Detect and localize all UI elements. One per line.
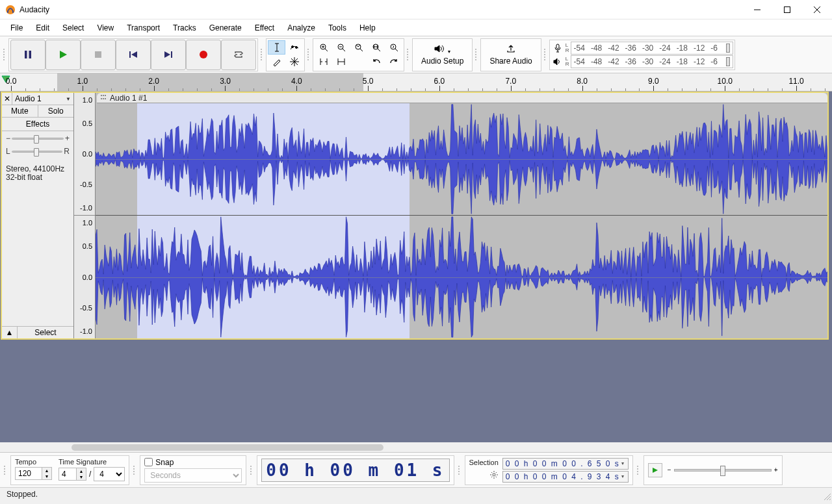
menu-edit[interactable]: Edit <box>29 21 56 35</box>
solo-button[interactable]: Solo <box>38 105 74 117</box>
menu-tools[interactable]: Tools <box>322 21 353 35</box>
svg-point-20 <box>295 46 297 48</box>
menu-view[interactable]: View <box>90 21 120 35</box>
ts-numerator-input[interactable]: ▲▼ <box>58 468 86 481</box>
meter-lr-label: LR <box>566 43 569 53</box>
pause-button[interactable] <box>10 40 46 70</box>
close-button[interactable] <box>802 0 832 19</box>
maximize-button[interactable] <box>772 0 802 19</box>
svg-rect-2 <box>12 10 14 13</box>
selection-start-readout[interactable]: 0 0 h 0 0 m 0 0 . 6 5 0 s▾ <box>502 458 629 470</box>
loop-button[interactable] <box>221 40 256 70</box>
minimize-button[interactable] <box>742 0 772 19</box>
gear-icon[interactable] <box>489 470 499 481</box>
toolbar-grip[interactable] <box>259 40 265 70</box>
toolbar-grip[interactable] <box>474 40 479 70</box>
selection-readout-group: Selection 0 0 h 0 0 m 0 0 . 6 5 0 s▾ 0 0… <box>465 455 633 485</box>
fit-project-icon[interactable] <box>367 40 385 55</box>
toolbar-grip[interactable] <box>3 456 8 485</box>
track-info: Stereo, 44100Hz 32-bit float <box>2 162 73 326</box>
share-audio-group: Share Audio <box>480 38 541 71</box>
svg-line-52 <box>829 499 831 500</box>
share-audio-button[interactable]: Share Audio <box>482 40 539 70</box>
track-close-button[interactable]: ✕ <box>2 93 12 105</box>
resize-grip-icon[interactable] <box>823 492 831 500</box>
svg-point-15 <box>200 51 207 58</box>
stop-button[interactable] <box>81 40 116 70</box>
selection-label: Selection <box>469 459 499 466</box>
draw-tool-icon[interactable] <box>268 55 285 69</box>
zoom-out-icon[interactable] <box>332 40 350 55</box>
toolbar-grip[interactable] <box>406 40 411 70</box>
svg-point-48 <box>493 473 495 476</box>
play-at-speed-button[interactable] <box>648 463 662 477</box>
tempo-input[interactable]: ▲▼ <box>15 467 52 480</box>
playback-speed-slider[interactable] <box>674 469 772 472</box>
record-button[interactable] <box>186 40 221 70</box>
toolbar-grip[interactable] <box>457 456 462 485</box>
toolbar-grip[interactable] <box>249 456 254 485</box>
track-select-button[interactable]: Select <box>18 327 73 338</box>
zoom-in-icon[interactable] <box>315 40 332 55</box>
main-toolbar: ▾ Audio Setup Share Audio LR -54-48-42-3… <box>0 36 832 73</box>
skip-end-button[interactable] <box>151 40 186 70</box>
menu-analyze[interactable]: Analyze <box>281 21 322 35</box>
play-button[interactable] <box>46 40 81 70</box>
record-level-slider[interactable] <box>726 44 730 53</box>
ts-denominator-select[interactable]: 4 <box>94 467 125 481</box>
track-name-dropdown[interactable]: Audio 1▼ <box>12 93 73 105</box>
pan-slider[interactable] <box>12 151 63 153</box>
drag-handle-icon[interactable] <box>101 95 107 101</box>
tempo-label: Tempo <box>15 458 52 466</box>
timeline-ruler-row: 0.01.02.03.04.05.06.07.08.09.010.011.0 <box>0 73 832 92</box>
svg-rect-4 <box>785 6 790 12</box>
audio-setup-button[interactable]: ▾ Audio Setup <box>414 40 471 70</box>
status-text: Stopped. <box>6 490 38 499</box>
speaker-icon[interactable] <box>551 55 564 68</box>
zoom-toggle-icon[interactable] <box>385 40 402 55</box>
menu-transport[interactable]: Transport <box>120 21 166 35</box>
menu-help[interactable]: Help <box>353 21 382 35</box>
selection-tool-icon[interactable] <box>268 40 285 55</box>
record-meter[interactable]: -54-48-42-36-30-24-18-12-6 <box>571 42 733 55</box>
trim-icon[interactable] <box>315 55 332 69</box>
toolbar-grip[interactable] <box>636 456 641 485</box>
undo-icon[interactable] <box>367 55 385 69</box>
toolbar-grip[interactable] <box>132 456 137 485</box>
tracks-area: ✕ Audio 1▼ Mute Solo Effects −+ LR Stere… <box>0 92 832 452</box>
menu-generate[interactable]: Generate <box>203 21 248 35</box>
timeline-ruler[interactable]: 0.01.02.03.04.05.06.07.08.09.010.011.0 <box>11 73 832 91</box>
playback-meter[interactable]: -54-48-42-36-30-24-18-12-6 <box>571 55 733 68</box>
playback-level-slider[interactable] <box>726 57 730 66</box>
mic-icon[interactable] <box>551 42 564 55</box>
horizontal-scrollbar[interactable] <box>0 442 832 452</box>
menu-file[interactable]: File <box>4 21 29 35</box>
fit-selection-icon[interactable] <box>350 40 367 55</box>
meters-group: LR -54-48-42-36-30-24-18-12-6 LR -54-48-… <box>549 40 735 70</box>
menu-tracks[interactable]: Tracks <box>166 21 203 35</box>
toolbar-grip[interactable] <box>543 40 548 70</box>
skip-start-button[interactable] <box>116 40 151 70</box>
snap-unit-select[interactable]: Seconds <box>144 468 242 483</box>
redo-icon[interactable] <box>385 55 402 69</box>
bottom-toolbar: Tempo ▲▼ Time Signature ▲▼ / 4 Snap Seco… <box>0 452 832 487</box>
toolbar-grip[interactable] <box>2 40 7 70</box>
waveform-area[interactable]: Audio 1 #1 <box>96 93 827 338</box>
snap-checkbox[interactable]: Snap <box>144 458 174 467</box>
collapse-button[interactable]: ▲ <box>2 327 18 338</box>
menu-effect[interactable]: Effect <box>248 21 281 35</box>
effects-button[interactable]: Effects <box>2 118 73 131</box>
time-display[interactable]: 00 h 00 m 01 s <box>261 459 449 482</box>
silence-icon[interactable] <box>332 55 350 69</box>
envelope-tool-icon[interactable] <box>285 40 303 55</box>
toolbar-grip[interactable] <box>306 40 311 70</box>
menu-select[interactable]: Select <box>56 21 90 35</box>
mute-button[interactable]: Mute <box>2 105 38 117</box>
clip-label[interactable]: Audio 1 #1 <box>97 93 827 103</box>
svg-marker-12 <box>131 51 137 58</box>
selection-end-readout[interactable]: 0 0 h 0 0 m 0 4 . 9 3 4 s▾ <box>502 471 629 483</box>
audio-setup-group: ▾ Audio Setup <box>412 38 473 71</box>
multi-tool-icon[interactable] <box>285 55 303 69</box>
gain-slider[interactable] <box>12 138 64 140</box>
svg-point-0 <box>6 5 15 14</box>
